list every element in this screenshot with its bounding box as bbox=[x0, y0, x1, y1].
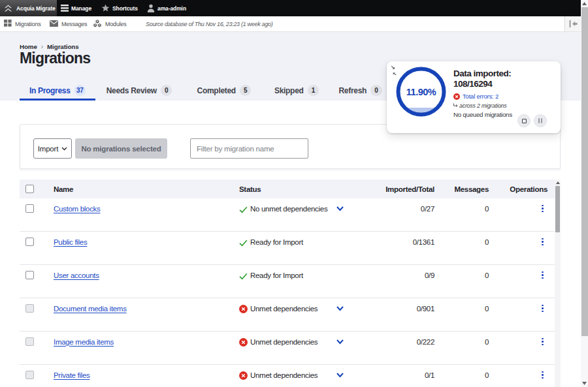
row-operations-menu[interactable] bbox=[538, 369, 547, 382]
toolbar-item-label: Migrations bbox=[15, 21, 41, 27]
table-row: Document media itemsUnmet dependencies0/… bbox=[20, 298, 555, 332]
toolbar-item-label: Modules bbox=[105, 21, 127, 27]
toolbar-item-messages[interactable]: Messages bbox=[50, 16, 87, 31]
tab-label: Needs Review bbox=[106, 86, 157, 95]
errors-scope-note: across 2 migrations bbox=[459, 102, 506, 109]
modules-icon bbox=[93, 20, 102, 29]
imported-total-value: 0/1 bbox=[425, 369, 434, 382]
row-operations-menu[interactable] bbox=[538, 202, 547, 215]
messages-count: 0 bbox=[485, 269, 489, 282]
data-imported-label: Data imported: bbox=[453, 69, 512, 79]
row-operations-menu[interactable] bbox=[538, 335, 547, 348]
status-text: Ready for Import bbox=[250, 269, 303, 282]
stop-import-button[interactable] bbox=[517, 114, 531, 127]
admin-item-manage[interactable]: Manage bbox=[61, 0, 91, 16]
toolbar-item-modules[interactable]: Modules bbox=[93, 16, 127, 31]
row-checkbox[interactable] bbox=[25, 204, 34, 213]
expand-status-chevron[interactable] bbox=[336, 205, 344, 213]
row-checkbox[interactable] bbox=[25, 271, 34, 279]
status-text: Unmet dependencies bbox=[250, 302, 318, 315]
imported-total-value: 0/9 bbox=[425, 269, 434, 282]
tab-refresh[interactable]: Refresh 0 bbox=[328, 80, 393, 101]
imported-total-value: 0/27 bbox=[421, 202, 434, 215]
admin-item-shortcuts[interactable]: Shortcuts bbox=[101, 0, 138, 16]
tab-completed[interactable]: Completed 5 bbox=[183, 80, 265, 101]
import-summary-card: 11.90% Data imported: 108/16294 Total er… bbox=[387, 61, 561, 133]
error-circle-icon bbox=[239, 371, 248, 380]
status-icon-wrap bbox=[239, 271, 248, 279]
migration-link[interactable]: Custom blocks bbox=[54, 205, 101, 213]
admin-home-label: Acquia Migrate bbox=[16, 5, 56, 12]
row-checkbox[interactable] bbox=[25, 371, 34, 379]
tab-label: Completed bbox=[197, 86, 236, 95]
pause-icon bbox=[538, 118, 543, 123]
toolbar-orientation-toggle[interactable] bbox=[564, 16, 581, 31]
error-circle-icon bbox=[239, 338, 248, 347]
row-checkbox[interactable] bbox=[25, 337, 34, 346]
table-row: User accountsReady for Import0/90 bbox=[20, 265, 555, 298]
import-button-label: Import bbox=[38, 145, 58, 153]
migration-link[interactable]: Private files bbox=[54, 371, 90, 379]
name-cell: Private files bbox=[54, 369, 90, 382]
stop-icon bbox=[522, 119, 527, 123]
envelope-icon bbox=[50, 20, 58, 28]
admin-item-label: Shortcuts bbox=[112, 5, 138, 12]
window-scrollbar[interactable] bbox=[581, 0, 588, 387]
table-scrollbar[interactable] bbox=[555, 179, 561, 387]
messages-count: 0 bbox=[485, 335, 489, 348]
messages-count: 0 bbox=[485, 236, 489, 249]
migration-link[interactable]: Document media items bbox=[54, 305, 127, 313]
tab-needs-review[interactable]: Needs Review 0 bbox=[95, 80, 183, 101]
expand-status-chevron[interactable] bbox=[336, 338, 344, 346]
table-scrollbar-thumb[interactable] bbox=[555, 186, 560, 232]
pause-import-button[interactable] bbox=[534, 114, 547, 127]
select-all-checkbox[interactable] bbox=[25, 185, 34, 193]
error-circle-icon bbox=[453, 93, 460, 100]
admin-home-acquia-migrate[interactable]: Acquia Migrate bbox=[0, 0, 57, 16]
messages-count: 0 bbox=[485, 369, 489, 382]
migrations-table: Name Status Imported/Total Messages Oper… bbox=[20, 179, 561, 387]
admin-item-user[interactable]: ama-admin bbox=[147, 0, 186, 16]
shortcut-toolbar: Migrations Messages Modules Source datab… bbox=[0, 16, 581, 32]
import-progress-percent: 11.90% bbox=[396, 67, 446, 117]
messages-count: 0 bbox=[485, 302, 489, 315]
row-checkbox[interactable] bbox=[25, 304, 34, 313]
hook-arrow-icon bbox=[453, 103, 458, 108]
scroll-up-icon bbox=[582, 2, 587, 5]
no-migrations-selected-button[interactable]: No migrations selected bbox=[75, 138, 167, 159]
toolbar-item-migrations[interactable]: Migrations bbox=[4, 16, 41, 31]
migration-link[interactable]: Public files bbox=[54, 238, 87, 246]
error-circle-icon bbox=[239, 305, 248, 313]
double-chevron-up-icon bbox=[3, 3, 13, 13]
row-checkbox[interactable] bbox=[25, 238, 34, 246]
tab-in-progress[interactable]: In Progress 37 bbox=[20, 80, 95, 101]
row-operations-menu[interactable] bbox=[538, 302, 547, 315]
total-errors-link[interactable]: Total errors: 2 bbox=[463, 93, 498, 100]
toolbar-item-label: Messages bbox=[61, 21, 87, 27]
name-cell: Public files bbox=[54, 236, 87, 249]
tab-skipped[interactable]: Skipped 1 bbox=[265, 80, 328, 101]
import-dropdown-button[interactable]: Import bbox=[33, 138, 72, 159]
status-text: No unmet dependencies bbox=[250, 202, 327, 215]
name-cell: Custom blocks bbox=[54, 202, 101, 215]
name-cell: Image media items bbox=[54, 335, 114, 348]
window-scrollbar-thumb[interactable] bbox=[581, 7, 588, 336]
imported-total-value: 0/1361 bbox=[413, 236, 434, 249]
scroll-down-icon bbox=[582, 382, 587, 385]
row-operations-menu[interactable] bbox=[538, 236, 547, 249]
status-icon-wrap bbox=[239, 337, 248, 346]
table-header: Name Status Imported/Total Messages Oper… bbox=[20, 179, 555, 198]
row-operations-menu[interactable] bbox=[538, 269, 547, 282]
filter-migration-input[interactable] bbox=[190, 138, 308, 159]
tab-count-badge: 1 bbox=[308, 85, 319, 97]
tab-count-badge: 37 bbox=[74, 85, 86, 97]
column-header-name: Name bbox=[54, 179, 73, 198]
expand-status-chevron[interactable] bbox=[336, 371, 344, 379]
expand-status-chevron[interactable] bbox=[336, 305, 344, 313]
migration-link[interactable]: User accounts bbox=[54, 271, 99, 279]
status-text: Ready for Import bbox=[250, 236, 303, 249]
table-rows: Custom blocksNo unmet dependencies0/270P… bbox=[20, 198, 555, 387]
messages-count: 0 bbox=[485, 202, 489, 215]
migration-link[interactable]: Image media items bbox=[54, 338, 114, 346]
admin-toolbar: Acquia Migrate Manage Shortcuts ama-admi… bbox=[0, 0, 581, 16]
